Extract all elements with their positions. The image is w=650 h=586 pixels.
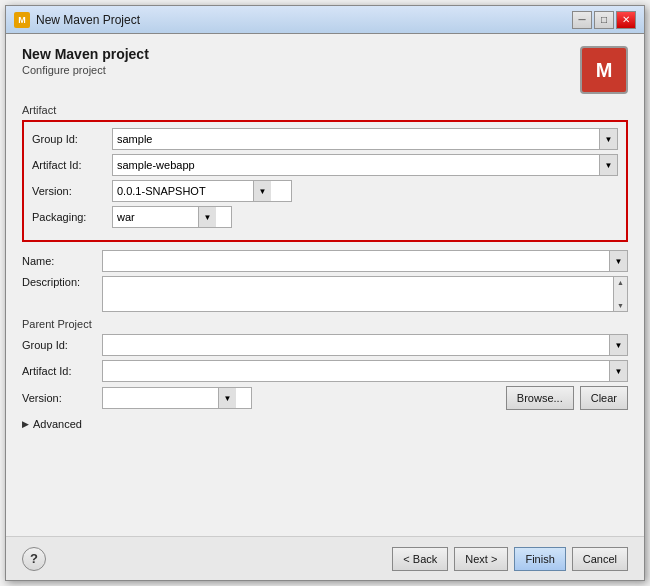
version-combo[interactable]: ▼ (112, 180, 292, 202)
advanced-label: Advanced (33, 418, 82, 430)
dialog-content: New Maven project Configure project M Ar… (6, 34, 644, 536)
parent-artifact-id-arrow[interactable]: ▼ (609, 361, 627, 381)
packaging-dropdown-arrow[interactable]: ▼ (198, 207, 216, 227)
window-icon: M (14, 12, 30, 28)
next-button[interactable]: Next > (454, 547, 508, 571)
parent-group-id-label: Group Id: (22, 339, 102, 351)
artifact-id-input-wrap: ▼ (112, 154, 618, 176)
parent-artifact-id-row: Artifact Id: ▼ (22, 360, 628, 382)
description-wrap: ▲ ▼ (102, 276, 628, 312)
page-subtitle: Configure project (22, 64, 149, 76)
main-window: M New Maven Project ─ □ ✕ New Maven proj… (5, 5, 645, 581)
parent-version-wrap: ▼ Browse... Clear (102, 386, 628, 410)
group-id-label: Group Id: (32, 133, 112, 145)
artifact-id-label: Artifact Id: (32, 159, 112, 171)
description-scrollbar: ▲ ▼ (613, 277, 627, 311)
artifact-section-label: Artifact (22, 104, 628, 116)
advanced-row[interactable]: ▶ Advanced (22, 418, 628, 430)
cancel-button[interactable]: Cancel (572, 547, 628, 571)
name-field[interactable] (103, 251, 609, 271)
version-row: Version: ▼ (32, 180, 618, 202)
parent-artifact-id-field[interactable] (103, 361, 609, 381)
parent-section-label: Parent Project (22, 318, 628, 330)
parent-version-field[interactable] (103, 388, 218, 408)
group-id-combo[interactable]: ▼ (112, 128, 618, 150)
artifact-id-dropdown-arrow[interactable]: ▼ (599, 155, 617, 175)
packaging-label: Packaging: (32, 211, 112, 223)
parent-group-id-combo[interactable]: ▼ (102, 334, 628, 356)
clear-button[interactable]: Clear (580, 386, 628, 410)
back-button[interactable]: < Back (392, 547, 448, 571)
parent-version-arrow[interactable]: ▼ (218, 388, 236, 408)
parent-version-combo[interactable]: ▼ (102, 387, 252, 409)
name-label: Name: (22, 255, 102, 267)
packaging-input-wrap: ▼ (112, 206, 618, 228)
artifact-section: Group Id: ▼ Artifact Id: ▼ (22, 120, 628, 242)
maximize-button[interactable]: □ (594, 11, 614, 29)
name-input-wrap: ▼ (102, 250, 628, 272)
group-id-input-wrap: ▼ (112, 128, 618, 150)
parent-group-id-field[interactable] (103, 335, 609, 355)
window-controls: ─ □ ✕ (572, 11, 636, 29)
browse-button[interactable]: Browse... (506, 386, 574, 410)
footer-buttons: < Back Next > Finish Cancel (392, 547, 628, 571)
parent-version-label: Version: (22, 392, 102, 404)
group-id-row: Group Id: ▼ (32, 128, 618, 150)
parent-artifact-id-combo[interactable]: ▼ (102, 360, 628, 382)
maven-logo: M (580, 46, 628, 94)
packaging-field[interactable] (113, 207, 198, 227)
version-field[interactable] (113, 181, 253, 201)
description-label: Description: (22, 276, 102, 288)
parent-group-id-arrow[interactable]: ▼ (609, 335, 627, 355)
packaging-row: Packaging: ▼ (32, 206, 618, 228)
parent-version-row: Version: ▼ Browse... Clear (22, 386, 628, 410)
version-input-wrap: ▼ (112, 180, 618, 202)
artifact-id-combo[interactable]: ▼ (112, 154, 618, 176)
name-dropdown-arrow[interactable]: ▼ (609, 251, 627, 271)
version-dropdown-arrow[interactable]: ▼ (253, 181, 271, 201)
window-title: New Maven Project (36, 13, 572, 27)
close-button[interactable]: ✕ (616, 11, 636, 29)
name-row: Name: ▼ (22, 250, 628, 272)
parent-artifact-id-wrap: ▼ (102, 360, 628, 382)
advanced-expand-icon: ▶ (22, 419, 29, 429)
help-button[interactable]: ? (22, 547, 46, 571)
group-id-field[interactable] (113, 129, 599, 149)
scroll-down-arrow[interactable]: ▼ (617, 302, 624, 309)
name-combo[interactable]: ▼ (102, 250, 628, 272)
scroll-up-arrow[interactable]: ▲ (617, 279, 624, 286)
group-id-dropdown-arrow[interactable]: ▼ (599, 129, 617, 149)
artifact-id-row: Artifact Id: ▼ (32, 154, 618, 176)
packaging-combo[interactable]: ▼ (112, 206, 232, 228)
finish-button[interactable]: Finish (514, 547, 565, 571)
artifact-id-field[interactable] (113, 155, 599, 175)
description-row: Description: ▲ ▼ (22, 276, 628, 312)
page-header: New Maven project Configure project M (22, 46, 628, 94)
page-title: New Maven project (22, 46, 149, 62)
parent-group-id-row: Group Id: ▼ (22, 334, 628, 356)
parent-group-id-wrap: ▼ (102, 334, 628, 356)
version-label: Version: (32, 185, 112, 197)
description-field[interactable] (103, 277, 613, 311)
parent-artifact-id-label: Artifact Id: (22, 365, 102, 377)
page-title-area: New Maven project Configure project (22, 46, 149, 76)
dialog-footer: ? < Back Next > Finish Cancel (6, 536, 644, 580)
title-bar: M New Maven Project ─ □ ✕ (6, 6, 644, 34)
minimize-button[interactable]: ─ (572, 11, 592, 29)
